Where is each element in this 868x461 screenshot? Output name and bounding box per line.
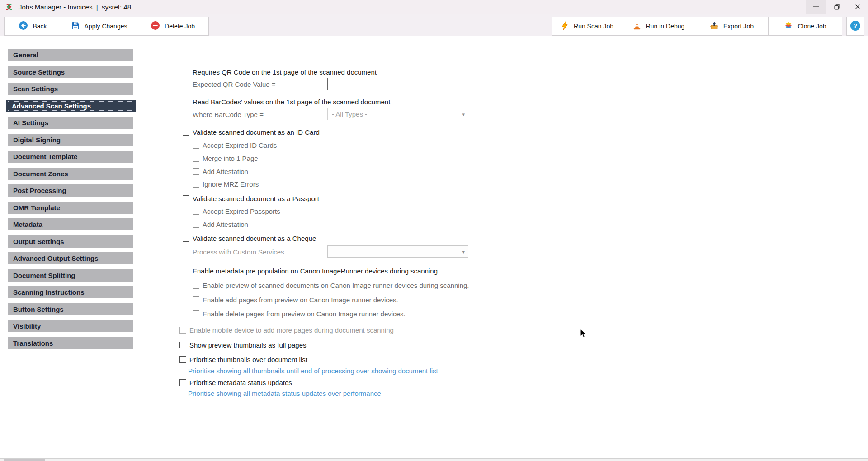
restore-button[interactable] xyxy=(826,0,847,14)
row-barcode-type: Where BarCode Type =- All Types -▾ xyxy=(142,108,868,121)
chevron-down-icon: ▾ xyxy=(462,249,465,254)
sidebar-tab-omr-template[interactable]: OMR Template xyxy=(8,202,133,214)
validate-cheque-checkbox[interactable] xyxy=(183,235,189,242)
ignore-mrz-errors-checkbox[interactable] xyxy=(193,181,199,188)
prioritise-thumbnails-over-document-list-label: Prioritise thumbnails over document list xyxy=(189,356,307,363)
add-attestation-passport-checkbox[interactable] xyxy=(193,221,199,228)
sidebar-tab-digital-signing[interactable]: Digital Signing xyxy=(8,134,133,146)
expected-qr-code-value-input[interactable] xyxy=(327,78,468,90)
row-process-with-custom-services: Process with Custom Services▾ xyxy=(142,245,868,258)
add-attestation-id-card-label: Add Attestation xyxy=(203,168,248,175)
sidebar-tab-document-template[interactable]: Document Template xyxy=(8,151,133,163)
validate-id-card-checkbox[interactable] xyxy=(183,129,189,136)
enable-metadata-pre-population-label: Enable metadata pre population on Canon … xyxy=(193,267,439,275)
prioritise-thumbnails-over-document-list-checkbox[interactable] xyxy=(179,356,186,363)
sidebar-tab-document-zones[interactable]: Document Zones xyxy=(8,168,133,180)
row-validate-id-card: Validate scanned document as an ID Card xyxy=(142,128,868,136)
help-button[interactable]: ? xyxy=(846,17,864,36)
export-job-button[interactable]: Export Job xyxy=(695,17,769,36)
sidebar-tab-output-settings[interactable]: Output Settings xyxy=(8,235,133,248)
enable-add-pages-from-preview-checkbox[interactable] xyxy=(193,296,199,303)
question-circle-icon: ? xyxy=(850,20,861,33)
prioritise-metadata-status-updates-label: Prioritise metadata status updates xyxy=(189,379,292,386)
ignore-mrz-errors-label: Ignore MRZ Errors xyxy=(203,180,259,188)
horizontal-scrollbar-thumb[interactable] xyxy=(4,459,45,461)
sidebar-tab-visibility[interactable]: Visibility xyxy=(8,320,133,332)
run-scan-job-button[interactable]: Run Scan Job xyxy=(552,17,622,36)
prioritise-metadata-description-link[interactable]: Prioritise showing all metadata status u… xyxy=(188,390,381,397)
accept-expired-id-cards-checkbox[interactable] xyxy=(193,142,199,149)
dropdown-selected-value: - All Types - xyxy=(332,110,367,118)
sidebar-tab-document-splitting[interactable]: Document Splitting xyxy=(8,269,133,282)
sidebar-tab-scanning-instructions[interactable]: Scanning Instructions xyxy=(8,286,133,298)
accept-expired-passports-label: Accept Expired Passports xyxy=(203,207,280,215)
row-accept-expired-passports: Accept Expired Passports xyxy=(142,207,868,216)
merge-into-1-page-checkbox[interactable] xyxy=(193,155,199,162)
row-enable-add-pages-from-preview: Enable add pages from preview on Canon I… xyxy=(142,296,868,304)
row-enable-delete-pages-from-preview: Enable delete pages from preview on Cano… xyxy=(142,310,868,318)
export-box-icon xyxy=(710,21,719,32)
back-circle-arrow-icon xyxy=(19,21,28,32)
row-enable-metadata-pre-population: Enable metadata pre population on Canon … xyxy=(142,267,868,275)
row-prioritise-thumbnails-description-link: Prioritise showing all thumbnails until … xyxy=(142,367,868,375)
show-preview-thumbnails-full-pages-checkbox[interactable] xyxy=(179,342,186,348)
delete-job-button[interactable]: Delete Job xyxy=(137,17,209,36)
sidebar-tab-general[interactable]: General xyxy=(8,49,133,61)
run-in-debug-button[interactable]: Run in Debug xyxy=(622,17,695,36)
enable-delete-pages-from-preview-label: Enable delete pages from preview on Cano… xyxy=(203,310,406,318)
lightning-icon xyxy=(560,21,569,32)
validate-id-card-label: Validate scanned document as an ID Card xyxy=(193,128,320,136)
row-add-attestation-id-card: Add Attestation xyxy=(142,167,868,176)
prioritise-metadata-status-updates-checkbox[interactable] xyxy=(179,379,186,386)
horizontal-scrollbar[interactable] xyxy=(0,458,868,461)
sidebar-tab-translations[interactable]: Translations xyxy=(8,337,133,349)
add-attestation-id-card-checkbox[interactable] xyxy=(193,168,199,175)
clone-job-button[interactable]: Clone Job xyxy=(768,17,842,36)
row-expected-qr-code-value: Expected QR Code Value = xyxy=(142,78,868,90)
prioritise-thumbnails-description-link[interactable]: Prioritise showing all thumbnails until … xyxy=(188,367,438,375)
minimize-button[interactable] xyxy=(806,0,826,14)
apply-changes-button[interactable]: Apply Changes xyxy=(61,17,137,36)
window-title: Jobs Manager - Invoices | sysref: 48 xyxy=(19,3,131,11)
enable-preview-scanned-documents-checkbox[interactable] xyxy=(193,282,199,289)
enable-mobile-device-add-pages-label: Enable mobile device to add more pages d… xyxy=(189,326,394,334)
row-prioritise-metadata-description-link: Prioritise showing all metadata status u… xyxy=(142,389,868,397)
back-button[interactable]: Back xyxy=(4,17,61,36)
enable-delete-pages-from-preview-checkbox[interactable] xyxy=(193,310,199,317)
barcode-type-dropdown[interactable]: - All Types -▾ xyxy=(327,108,468,120)
row-ignore-mrz-errors: Ignore MRZ Errors xyxy=(142,180,868,188)
row-show-preview-thumbnails-full-pages: Show preview thumbnails as full pages xyxy=(142,341,868,349)
title-bar: Jobs Manager - Invoices | sysref: 48 xyxy=(0,0,868,14)
row-prioritise-thumbnails-over-document-list: Prioritise thumbnails over document list xyxy=(142,355,868,364)
validate-cheque-label: Validate scanned document as a Cheque xyxy=(193,235,316,242)
enable-add-pages-from-preview-label: Enable add pages from preview on Canon I… xyxy=(203,296,398,304)
row-validate-passport: Validate scanned document as a Passport xyxy=(142,194,868,203)
sidebar-tab-button-settings[interactable]: Button Settings xyxy=(8,303,133,315)
barcode-type-label: Where BarCode Type = xyxy=(193,111,264,118)
back-button-label: Back xyxy=(33,23,47,30)
enable-metadata-pre-population-checkbox[interactable] xyxy=(183,268,189,274)
sidebar-tab-advanced-scan-settings[interactable]: Advanced Scan Settings xyxy=(6,100,136,112)
run-in-debug-button-label: Run in Debug xyxy=(646,23,685,30)
row-validate-cheque: Validate scanned document as a Cheque xyxy=(142,234,868,243)
sidebar-tab-post-processing[interactable]: Post Processing xyxy=(8,184,133,197)
process-with-custom-services-dropdown[interactable]: ▾ xyxy=(327,245,468,258)
row-add-attestation-passport: Add Attestation xyxy=(142,220,868,229)
accept-expired-passports-checkbox[interactable] xyxy=(193,208,199,215)
accept-expired-id-cards-label: Accept Expired ID Cards xyxy=(203,141,277,149)
sidebar-tab-advanced-output-settings[interactable]: Advanced Output Settings xyxy=(8,252,133,264)
read-barcodes-values-checkbox[interactable] xyxy=(183,99,189,105)
toolbar: Back Apply Changes Delete Job xyxy=(0,14,868,36)
process-with-custom-services-checkbox[interactable] xyxy=(183,249,189,255)
sidebar-tab-scan-settings[interactable]: Scan Settings xyxy=(8,83,133,95)
sidebar-tab-metadata[interactable]: Metadata xyxy=(8,218,133,230)
enable-mobile-device-add-pages-checkbox[interactable] xyxy=(179,327,186,334)
row-requires-qr-code: Requires QR Code on the 1st page of the … xyxy=(142,68,868,76)
validate-passport-checkbox[interactable] xyxy=(183,195,189,202)
requires-qr-code-checkbox[interactable] xyxy=(183,69,189,75)
svg-text:?: ? xyxy=(854,22,858,29)
row-accept-expired-id-cards: Accept Expired ID Cards xyxy=(142,141,868,150)
sidebar-tab-source-settings[interactable]: Source Settings xyxy=(8,66,133,78)
sidebar-tab-ai-settings[interactable]: AI Settings xyxy=(8,117,133,129)
close-button[interactable] xyxy=(847,0,868,14)
